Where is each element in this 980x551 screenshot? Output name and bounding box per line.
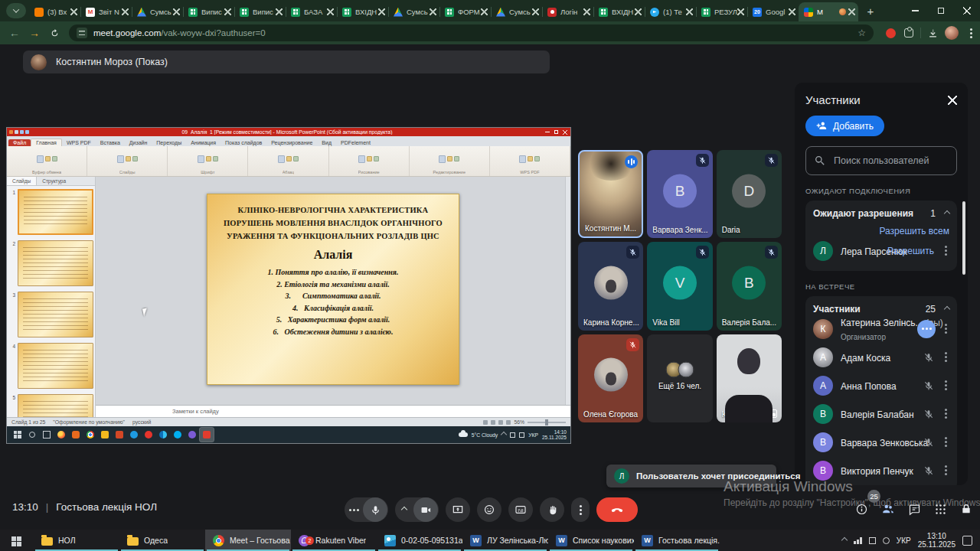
slide-thumbnail[interactable]: 3 — [8, 292, 93, 337]
participant-row[interactable]: В Варвара Зенковська — [813, 428, 949, 456]
camera-button[interactable] — [395, 497, 439, 522]
chevron-up-icon[interactable] — [944, 210, 950, 217]
video-tile[interactable]: D Daria — [717, 150, 782, 238]
taskbar-app-icon[interactable] — [69, 428, 83, 442]
raise-hand-button[interactable] — [540, 497, 564, 522]
browser-tab[interactable]: БАЗА — [286, 2, 337, 21]
browser-tab[interactable]: Сумсь — [132, 2, 183, 21]
participant-row[interactable]: А Анна Попова — [813, 371, 949, 399]
ribbon-tab[interactable]: Дизайн — [125, 139, 152, 146]
meeting-details-button[interactable] — [855, 503, 868, 519]
reload-icon[interactable] — [44, 28, 64, 38]
tab-close-icon[interactable] — [327, 8, 334, 15]
ribbon-tab[interactable]: Вид — [317, 139, 336, 146]
taskbar-app-icon[interactable] — [54, 428, 68, 442]
tab-close-icon[interactable] — [583, 8, 590, 15]
admit-all-link[interactable]: Разрешить всем — [813, 226, 949, 236]
taskbar-app-icon[interactable] — [98, 428, 112, 442]
taskbar-app-icon[interactable] — [83, 428, 97, 442]
video-tile[interactable]: В Варвара Зенк... — [647, 150, 712, 238]
more-options-icon[interactable] — [942, 328, 949, 330]
more-options-icon[interactable] — [942, 469, 949, 471]
browser-tab[interactable]: 20 Googl — [747, 2, 799, 21]
taskbar-item[interactable]: 0-02-05-095131a85... — [377, 530, 462, 551]
zoom-slider[interactable] — [528, 422, 566, 423]
taskbar-item[interactable]: Meet – Гостьова л... — [205, 530, 291, 551]
more-options-button[interactable] — [571, 497, 590, 522]
start-button[interactable] — [0, 530, 34, 551]
tab-close-icon[interactable] — [122, 8, 129, 15]
slide-thumbnail[interactable]: 1 — [8, 189, 93, 235]
participant-row[interactable]: К Катерина Зелінсь... (вы) Организатор — [813, 315, 949, 343]
video-tile[interactable]: В Валерія Бала... — [717, 242, 782, 330]
browser-tab[interactable]: Випис — [234, 2, 286, 21]
view-sorter-icon[interactable] — [491, 420, 495, 425]
ribbon-tab[interactable]: Файл — [8, 139, 31, 146]
tab-close-icon[interactable] — [430, 8, 436, 15]
slide-canvas[interactable]: КЛІНІКО-НЕВРОЛОГІЧНА ХАРАКТЕРИСТИКА ПОРУ… — [96, 177, 570, 405]
tab-close-icon[interactable] — [173, 8, 180, 15]
tab-outline[interactable]: Структура — [37, 177, 71, 185]
profile-avatar[interactable] — [945, 26, 959, 40]
keyboard-icon[interactable] — [869, 537, 876, 544]
close-icon[interactable] — [948, 96, 957, 105]
ribbon-tab[interactable]: PDFelement — [336, 139, 375, 146]
maximize-icon[interactable] — [554, 130, 558, 134]
admit-link[interactable]: Разрешить — [887, 246, 934, 256]
taskbar-app-icon[interactable] — [185, 428, 199, 442]
mic-button[interactable] — [345, 497, 388, 522]
minimize-icon[interactable] — [545, 132, 550, 132]
ribbon-group[interactable]: Абзац — [248, 146, 328, 176]
ribbon-group[interactable]: Слайды — [87, 146, 168, 176]
close-icon[interactable] — [954, 0, 980, 21]
activities-button[interactable] — [934, 503, 947, 519]
slide-thumbnail[interactable]: 2 — [8, 240, 93, 286]
present-button[interactable] — [446, 497, 470, 522]
notes-pane[interactable]: Заметки к слайду — [96, 405, 570, 417]
video-tile[interactable]: Карина Корне... — [578, 242, 643, 330]
browser-tab[interactable]: ВХІДН — [337, 2, 388, 21]
people-button[interactable] — [881, 502, 895, 519]
reactions-button[interactable] — [477, 497, 501, 522]
browser-tab[interactable]: (3) Вх — [29, 2, 80, 21]
taskbar-app-icon[interactable] — [127, 428, 141, 442]
ribbon-group[interactable]: Редактирование — [410, 146, 490, 176]
browser-tab[interactable]: Сумсь — [388, 2, 439, 21]
browser-tab[interactable]: Сумсь — [491, 2, 542, 21]
back-icon[interactable]: ← — [5, 27, 24, 39]
ribbon-tab[interactable]: Главная — [31, 139, 62, 146]
network-icon[interactable] — [854, 537, 862, 544]
quick-access-toolbar[interactable] — [9, 130, 29, 134]
tab-close-icon[interactable] — [70, 8, 77, 15]
ribbon-tab[interactable]: WPS PDF — [62, 139, 96, 146]
more-options-icon[interactable] — [942, 384, 949, 386]
slide-thumbnail[interactable]: 5 — [8, 394, 93, 417]
browser-tab[interactable]: М — [799, 2, 858, 21]
canvas-scrollbar[interactable] — [565, 177, 570, 405]
ribbon-tab[interactable]: Вставка — [96, 139, 125, 146]
tab-close-icon[interactable] — [848, 8, 855, 15]
taskbar-app-icon[interactable] — [113, 428, 126, 442]
tab-close-icon[interactable] — [789, 8, 795, 15]
ribbon-tab[interactable]: Показ слайдов — [220, 139, 266, 146]
site-info-icon[interactable] — [77, 28, 87, 38]
presenter-banner[interactable]: Костянтин Мороз (Показ) — [23, 51, 550, 73]
video-tile[interactable]: Катерин... — [717, 334, 782, 422]
captions-button[interactable] — [508, 497, 533, 522]
slide-thumbnail[interactable]: 4 — [8, 343, 93, 389]
clock[interactable]: 13:10 25.11.2025 — [918, 532, 956, 549]
taskbar-app-icon[interactable] — [200, 428, 214, 442]
browser-tab[interactable]: M Звіт N — [80, 2, 132, 21]
ribbon-group[interactable]: Шрифт — [168, 146, 248, 176]
end-call-button[interactable] — [596, 497, 638, 522]
taskbar-app-icon[interactable] — [171, 428, 185, 442]
notification-center-icon[interactable] — [962, 536, 972, 546]
language-indicator[interactable]: УКР — [528, 432, 538, 438]
add-user-button[interactable]: Добавить — [805, 116, 884, 136]
download-icon[interactable] — [923, 28, 942, 39]
taskbar-app-icon[interactable] — [25, 428, 39, 442]
participant-row[interactable]: А Адам Коска — [813, 343, 949, 371]
taskbar-item[interactable]: W Гостьова лекція.d... — [634, 530, 720, 551]
volume-icon[interactable] — [883, 537, 890, 544]
tray-expand-icon[interactable] — [501, 432, 507, 438]
